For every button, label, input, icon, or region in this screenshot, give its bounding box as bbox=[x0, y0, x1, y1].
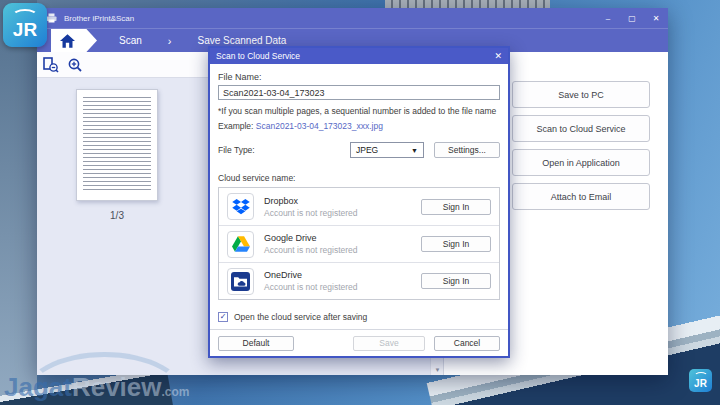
fit-page-zoom-out-button[interactable] bbox=[42, 56, 59, 73]
printer-icon bbox=[46, 13, 57, 23]
jagatreview-logo-large: JR bbox=[3, 3, 47, 47]
file-type-dropdown[interactable]: JPEG ▼ bbox=[350, 142, 424, 158]
screenshot-stage: Brother iPrint&Scan – ▢ ✕ Scan › Save Sc… bbox=[0, 0, 720, 405]
breadcrumb-save-scanned-data: Save Scanned Data bbox=[197, 35, 286, 46]
example-filename: Scan2021-03-04_173023_xxx.jpg bbox=[256, 121, 383, 131]
onedrive-sign-in-button[interactable]: Sign In bbox=[421, 273, 491, 289]
titlebar: Brother iPrint&Scan – ▢ ✕ bbox=[37, 8, 668, 28]
example-label: Example: bbox=[218, 121, 253, 131]
service-text: Dropbox Account is not registered bbox=[264, 196, 358, 218]
service-name: OneDrive bbox=[264, 270, 358, 280]
close-button[interactable]: ✕ bbox=[644, 8, 668, 28]
google-drive-logo-tile bbox=[227, 231, 254, 258]
home-icon bbox=[60, 34, 75, 48]
dialog-close-icon[interactable]: ✕ bbox=[494, 51, 502, 61]
dialog-header: Scan to Cloud Service ✕ bbox=[210, 48, 508, 64]
dropdown-arrow-icon: ▼ bbox=[411, 147, 418, 154]
save-to-pc-button[interactable]: Save to PC bbox=[512, 81, 650, 108]
service-row-dropbox: Dropbox Account is not registered Sign I… bbox=[219, 188, 499, 225]
default-button[interactable]: Default bbox=[218, 336, 294, 351]
google-drive-sign-in-button[interactable]: Sign In bbox=[421, 236, 491, 252]
maximize-button[interactable]: ▢ bbox=[620, 8, 644, 28]
file-name-label: File Name: bbox=[218, 72, 500, 82]
dialog-title: Scan to Cloud Service bbox=[216, 51, 494, 61]
service-row-google-drive: Google Drive Account is not registered S… bbox=[219, 225, 499, 262]
zoom-in-icon bbox=[67, 57, 83, 73]
service-name: Google Drive bbox=[264, 233, 358, 243]
service-status: Account is not registered bbox=[264, 208, 358, 218]
logo-text: JR bbox=[694, 378, 707, 389]
onedrive-icon bbox=[231, 272, 250, 291]
save-button: Save bbox=[353, 336, 425, 351]
settings-button[interactable]: Settings... bbox=[434, 142, 500, 158]
logo-text: JR bbox=[13, 19, 37, 41]
google-drive-icon bbox=[232, 236, 250, 252]
scan-to-cloud-service-button[interactable]: Scan to Cloud Service bbox=[512, 115, 650, 142]
background-building-left bbox=[0, 0, 37, 405]
scan-to-cloud-service-dialog: Scan to Cloud Service ✕ File Name: *If y… bbox=[208, 46, 510, 358]
breadcrumb-separator: › bbox=[168, 35, 172, 47]
home-button[interactable] bbox=[51, 29, 97, 53]
service-text: Google Drive Account is not registered bbox=[264, 233, 358, 255]
page-indicator: 1/3 bbox=[76, 210, 158, 221]
open-in-application-button[interactable]: Open in Application bbox=[512, 149, 650, 176]
file-type-label: File Type: bbox=[218, 145, 255, 155]
service-status: Account is not registered bbox=[264, 282, 358, 292]
cloud-service-name-label: Cloud service name: bbox=[218, 173, 500, 183]
window-title: Brother iPrint&Scan bbox=[64, 14, 596, 23]
open-after-saving-row: ✓ Open the cloud service after saving bbox=[218, 312, 500, 322]
zoom-in-button[interactable] bbox=[66, 56, 83, 73]
open-after-saving-label: Open the cloud service after saving bbox=[234, 312, 367, 322]
dropbox-sign-in-button[interactable]: Sign In bbox=[421, 199, 491, 215]
jagatreview-logo-small: JR bbox=[689, 369, 712, 392]
dialog-footer: Default Save Cancel bbox=[210, 329, 508, 356]
thumbnail-text-lines bbox=[83, 97, 151, 193]
scanned-page-thumbnail[interactable] bbox=[76, 89, 158, 201]
tab-scan[interactable]: Scan bbox=[119, 35, 142, 46]
service-text: OneDrive Account is not registered bbox=[264, 270, 358, 292]
cloud-service-list: Dropbox Account is not registered Sign I… bbox=[218, 187, 500, 300]
open-after-saving-checkbox[interactable]: ✓ bbox=[218, 312, 228, 322]
dropbox-logo-tile bbox=[227, 193, 254, 220]
file-type-value: JPEG bbox=[356, 145, 378, 155]
file-type-row: File Type: JPEG ▼ Settings... bbox=[218, 142, 500, 158]
cancel-button[interactable]: Cancel bbox=[434, 336, 500, 351]
dropbox-icon bbox=[232, 199, 250, 215]
multiple-pages-note: *If you scan multiple pages, a sequentia… bbox=[218, 106, 500, 116]
minimize-button[interactable]: – bbox=[596, 8, 620, 28]
onedrive-logo-tile bbox=[227, 268, 254, 295]
file-name-input[interactable] bbox=[218, 85, 500, 100]
dialog-body: File Name: *If you scan multiple pages, … bbox=[210, 64, 508, 329]
service-name: Dropbox bbox=[264, 196, 358, 206]
service-status: Account is not registered bbox=[264, 245, 358, 255]
service-row-onedrive: OneDrive Account is not registered Sign … bbox=[219, 262, 499, 299]
example-row: Example: Scan2021-03-04_173023_xxx.jpg bbox=[218, 121, 500, 131]
attach-to-email-button[interactable]: Attach to Email bbox=[512, 183, 650, 210]
zoom-out-page-icon bbox=[43, 57, 59, 73]
